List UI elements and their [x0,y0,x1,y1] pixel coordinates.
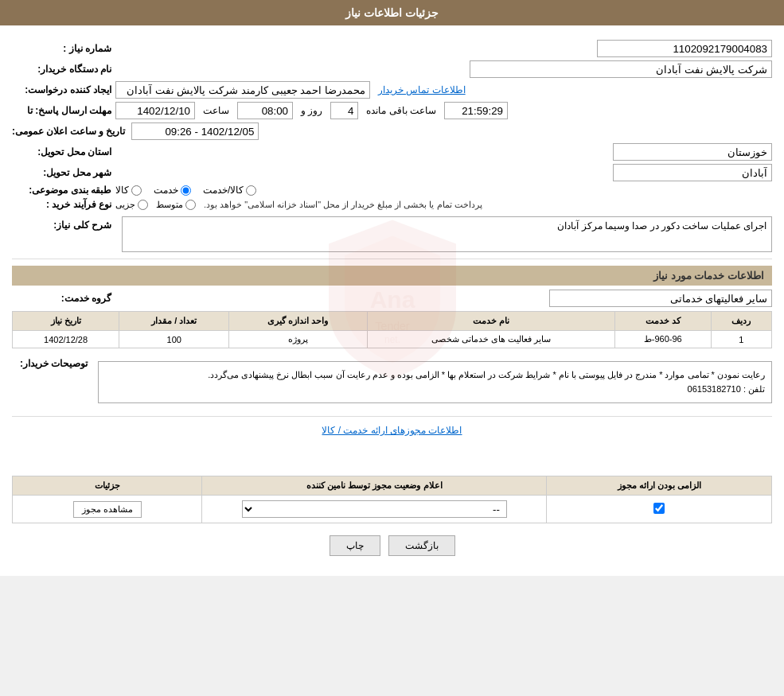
cell-qty: 100 [119,331,229,348]
footer-buttons: بازگشت چاپ [12,523,772,568]
response-time-label: ساعت [199,105,233,116]
response-days-input[interactable] [330,102,358,119]
province-input[interactable] [613,143,772,161]
col-required: الزامی بودن ارائه مجوز [547,476,772,496]
cell-date: 1402/12/28 [13,331,119,348]
contact-link[interactable]: اطلاعات تماس خریدار [378,84,466,95]
service-group-input[interactable] [549,290,772,307]
process-motavasset-option[interactable]: متوسط [156,200,196,210]
category-khedmat-option[interactable]: خدمت [154,185,191,196]
category-label: طبقه بندی موضوعی: [12,185,115,196]
cell-row: 1 [711,331,771,348]
response-date-input[interactable] [115,102,195,119]
services-section-title: اطلاعات خدمات مورد نیاز [12,266,772,286]
request-number-label: شماره نیاز : [12,43,115,54]
permits-table: الزامی بودن ارائه مجوز اعلام وضعیت مجوز … [12,476,772,523]
creator-input[interactable] [115,81,370,99]
cell-unit: پروژه [229,331,367,348]
request-number-input[interactable] [597,40,772,57]
permits-section-link[interactable]: اطلاعات مجوزهای ارائه خدمت / کالا [322,425,462,436]
view-permit-button[interactable]: مشاهده مجوز [73,501,142,518]
city-input[interactable] [613,164,772,181]
page-header: جزئیات اطلاعات نیاز [0,0,784,25]
col-row: ردیف [711,312,771,331]
buyer-notes-text: رعایت نمودن * تمامی موارد * مندرج در فای… [208,370,765,394]
process-jozii-option[interactable]: جزیی [115,200,148,210]
process-label: نوع فرآیند خرید : [12,199,115,210]
response-days-label: روز و [297,105,326,116]
permit-required-checkbox[interactable] [653,503,665,514]
buyer-notes-label: توصیحات خریدار: [12,355,92,369]
permit-row: -- مشاهده مجوز [13,496,772,523]
page-title: جزئیات اطلاعات نیاز [345,6,439,19]
table-row: 1 960-96-ط سایر فعالیت های خدماتی شخصی پ… [13,331,772,348]
buyer-org-label: نام دستگاه خریدار: [12,64,115,75]
col-qty: تعداد / مقدار [119,312,229,331]
col-unit: واحد اندازه گیری [229,312,367,331]
province-label: استان محل تحویل: [12,146,115,157]
service-group-label: گروه خدمت: [12,293,115,304]
category-kala-khedmat-option[interactable]: کالا/خدمت [203,185,256,196]
permit-required-cell [547,496,772,523]
announce-input[interactable] [131,122,259,140]
buyer-org-input[interactable] [470,60,772,78]
permit-details-cell: مشاهده مجوز [13,496,202,523]
response-deadline-label: مهلت ارسال پاسخ: تا [12,105,115,116]
remaining-label: ساعت باقی مانده [362,105,440,116]
category-kala-option[interactable]: کالا [115,185,142,196]
cell-name: سایر فعالیت های خدماتی شخصی [367,331,614,348]
general-desc-label: شرح کلی نیاز: [12,216,115,231]
permit-status-select[interactable]: -- [242,500,507,518]
creator-label: ایجاد کننده درخواست: [12,84,115,95]
col-status: اعلام وضعیت مجوز توسط نامین کننده [202,476,547,496]
remaining-time-input[interactable] [444,102,508,119]
announce-label: تاریخ و ساعت اعلان عمومی: [12,126,125,137]
process-note: پرداخت تمام یا بخشی از مبلغ خریدار از مح… [204,200,482,210]
col-name: نام خدمت [367,312,614,331]
back-button[interactable]: بازگشت [388,535,455,556]
print-button[interactable]: چاپ [330,535,380,556]
general-desc-value: اجرای عملیات ساخت دکور در صدا وسیما مرکز… [557,220,766,231]
city-label: شهر محل تحویل: [12,167,115,178]
services-table: ردیف کد خدمت نام خدمت واحد اندازه گیری ت… [12,311,772,348]
col-code: کد خدمت [614,312,711,331]
cell-code: 960-96-ط [614,331,711,348]
permit-status-cell: -- [202,496,547,523]
col-details: جزئیات [13,476,202,496]
response-time-input[interactable] [237,102,293,119]
col-date: تاریخ نیاز [13,312,119,331]
